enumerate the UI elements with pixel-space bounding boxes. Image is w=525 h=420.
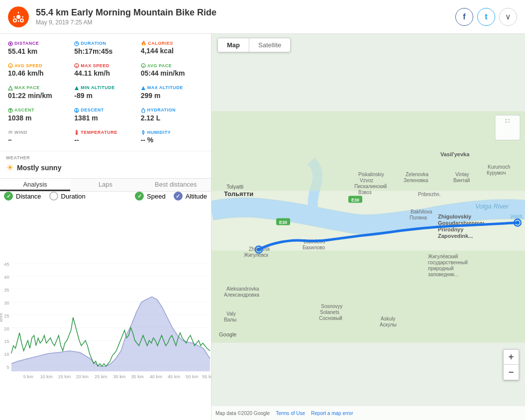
stat-ascent: ASCENT 1038 m	[6, 105, 72, 125]
svg-text:20 km: 20 km	[76, 374, 89, 379]
svg-text:Bakhilova: Bakhilova	[411, 209, 432, 214]
svg-point-1	[13, 19, 16, 22]
map-tabs: Map Satellite	[217, 38, 291, 52]
stat-humidity: HUMIDITY -- %	[139, 127, 205, 147]
svg-text:Курумоч: Курумоч	[487, 170, 506, 176]
svg-text:50 km: 50 km	[186, 374, 199, 379]
svg-text:35: 35	[4, 288, 9, 293]
analysis-tabs: Analysis Laps Best distances	[0, 178, 211, 192]
map-background: Map Satellite Vasil'yevka	[211, 34, 525, 420]
weather-label: WEATHER	[6, 155, 205, 160]
chart-svg: 5 10 15 20 25 30 35 40 45 km/h	[0, 205, 211, 420]
svg-text:Zhigulovskiy: Zhigulovskiy	[438, 213, 472, 219]
stat-calories: 🔥 CALORIES 4,144 kcal	[139, 38, 205, 58]
tab-best-distances[interactable]: Best distances	[141, 179, 211, 191]
svg-text:Tolyatti: Tolyatti	[226, 184, 243, 190]
svg-text:40 km: 40 km	[150, 374, 163, 379]
svg-point-4	[9, 43, 11, 45]
svg-text:Aleksandrovka: Aleksandrovka	[226, 286, 259, 292]
svg-text:40: 40	[4, 275, 9, 280]
svg-text:Аскулы: Аскулы	[380, 322, 397, 327]
map-attribution: Map data ©2020 Google Terms of Use Repor…	[211, 406, 525, 420]
chart-toggles: ✓ Distance Duration ✓ Speed	[0, 192, 211, 205]
svg-text:km/h: km/h	[0, 313, 3, 322]
map-zoom-controls: + −	[503, 349, 519, 380]
svg-text:Pribrezhn.: Pribrezhn.	[418, 192, 441, 197]
stat-wind: WIND –	[6, 127, 72, 147]
stat-avg-speed: AVG SPEED 10.46 km/h	[6, 60, 72, 81]
right-toggles: ✓ Speed ✓ Altitude	[135, 192, 207, 201]
toggle-duration[interactable]: Duration	[49, 192, 86, 201]
svg-text:15 km: 15 km	[58, 374, 71, 379]
svg-point-2	[20, 19, 23, 22]
speed-checkbox[interactable]: ✓	[135, 192, 144, 201]
svg-text:Kurumoch: Kurumoch	[488, 164, 511, 170]
svg-text:Валы: Валы	[224, 317, 236, 322]
stat-hydration: HYDRATION 2.12 L	[139, 105, 205, 125]
twitter-button[interactable]: t	[477, 8, 495, 26]
svg-text:Piskalinskiy: Piskalinskiy	[358, 172, 384, 177]
svg-text:35 km: 35 km	[131, 374, 144, 379]
zoom-in-button[interactable]: +	[504, 350, 519, 365]
map-svg: Vasil'yevka Tolyatti Тольятти Vintay Вин…	[211, 34, 525, 420]
weather-icon: ☀	[6, 162, 14, 173]
svg-text:Взвоз: Взвоз	[358, 190, 372, 195]
svg-marker-13	[141, 86, 145, 90]
svg-text:Александровка: Александровка	[224, 292, 260, 298]
toggle-distance[interactable]: ✓ Distance	[4, 192, 41, 201]
stat-temperature: TEMPERATURE --	[72, 127, 138, 147]
facebook-button[interactable]: f	[455, 8, 473, 26]
svg-text:Жигулёвский: Жигулёвский	[428, 254, 458, 259]
zoom-out-button[interactable]: −	[504, 365, 519, 380]
stat-max-pace: MAX PACE 01:22 min/km	[6, 82, 72, 103]
toggle-altitude[interactable]: ✓ Altitude	[174, 192, 207, 201]
weather-section: WEATHER ☀ Mostly sunny	[0, 151, 211, 178]
chart-container: 5 10 15 20 25 30 35 40 45 km/h	[0, 205, 211, 420]
tab-analysis[interactable]: Analysis	[0, 179, 70, 191]
left-toggles: ✓ Distance Duration	[4, 192, 86, 201]
svg-text:Volga River: Volga River	[475, 203, 509, 210]
more-options-button[interactable]: ∨	[499, 8, 517, 26]
svg-text:Vasil'yevka: Vasil'yevka	[440, 151, 470, 157]
stat-avg-pace: AVG PACE 05:44 min/km	[139, 60, 205, 81]
svg-text:Zelenovka: Zelenovka	[406, 172, 429, 177]
svg-text:15: 15	[4, 339, 9, 344]
terms-of-use-link[interactable]: Terms of Use	[276, 411, 305, 416]
tab-laps[interactable]: Laps	[70, 179, 140, 191]
stat-min-altitude: MIN ALTITUDE -89 m	[72, 82, 138, 103]
svg-text:Поляна: Поляна	[410, 215, 427, 220]
map-tab-satellite[interactable]: Satellite	[249, 38, 290, 52]
svg-text:30: 30	[4, 301, 9, 306]
svg-text:Сосновый: Сосновый	[319, 315, 342, 321]
distance-checkbox[interactable]: ✓	[4, 192, 13, 201]
right-panel: Map Satellite Vasil'yevka	[211, 34, 525, 420]
svg-text:Vzvoz: Vzvoz	[360, 178, 373, 183]
svg-text:45: 45	[4, 262, 9, 267]
altitude-checkbox[interactable]: ✓	[174, 192, 183, 201]
main-content: DISTANCE 55.41 km DURATION 5h:17m:45s 🔥 …	[0, 34, 525, 420]
toggle-speed[interactable]: ✓ Speed	[135, 192, 166, 201]
svg-text:30 km: 30 km	[113, 374, 126, 379]
svg-text:Solanets: Solanets	[320, 310, 339, 315]
svg-marker-12	[75, 86, 79, 90]
ride-title: 55.4 km Early Morning Mountain Bike Ride	[36, 7, 455, 18]
svg-text:5: 5	[6, 365, 9, 370]
svg-text:Sosnovyy: Sosnovyy	[321, 304, 342, 309]
svg-text:природный: природный	[428, 266, 454, 271]
report-map-error-link[interactable]: Report a map error	[311, 411, 353, 416]
svg-text:E30: E30	[351, 198, 359, 203]
svg-text:заповедник...: заповедник...	[428, 272, 458, 277]
map-tab-map[interactable]: Map	[218, 38, 249, 52]
map-data-text: Map data ©2020 Google	[215, 411, 270, 416]
svg-text:⛶: ⛶	[506, 119, 510, 123]
svg-text:10 km: 10 km	[40, 374, 53, 379]
svg-point-0	[16, 15, 20, 19]
svg-text:Пискалинский: Пискалинский	[354, 184, 387, 189]
weather-text: Mostly sunny	[17, 164, 61, 172]
svg-text:Volzh...: Volzh...	[510, 214, 525, 219]
weather-value: ☀ Mostly sunny	[6, 162, 205, 173]
svg-point-103	[257, 248, 261, 252]
stat-duration: DURATION 5h:17m:45s	[72, 38, 138, 58]
duration-checkbox[interactable]	[49, 192, 58, 201]
svg-text:Жигулевск: Жигулевск	[244, 252, 269, 258]
